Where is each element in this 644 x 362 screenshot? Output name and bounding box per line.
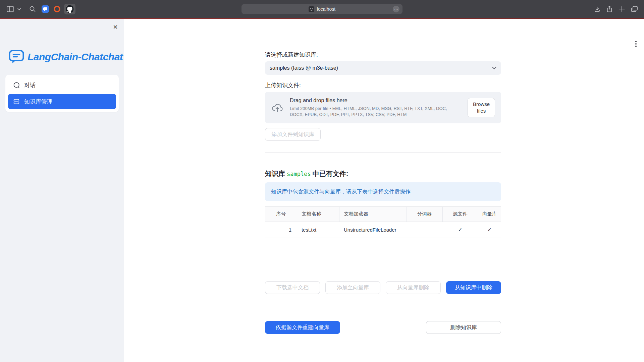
share-icon <box>606 5 613 13</box>
download-selected-button[interactable]: 下载选中文档 <box>265 281 320 294</box>
column-header-index[interactable]: 序号 <box>265 207 297 222</box>
chat-bubble-icon <box>13 82 20 88</box>
sidebar-item-label: 对话 <box>24 81 36 89</box>
kb-name-code: samples <box>285 171 313 177</box>
upload-label: 上传知识文件: <box>265 81 501 89</box>
pinned-tab-blue[interactable] <box>41 0 50 18</box>
kb-files-heading: 知识库samples中已有文件: <box>265 169 501 178</box>
column-header-loader[interactable]: 文档加载器 <box>339 207 407 222</box>
tabs-icon <box>631 6 638 12</box>
cell-vector-check: ✓ <box>478 222 501 238</box>
column-header-splitter[interactable]: 分词器 <box>407 207 442 222</box>
delete-from-vector-store-button[interactable]: 从向量库删除 <box>386 281 441 294</box>
pinned-tab-blue-icon <box>42 5 49 13</box>
add-to-vector-store-button[interactable]: 添加至向量库 <box>325 281 380 294</box>
url-bar[interactable]: localhost … <box>241 4 402 14</box>
sidebar-menu: 对话 知识库管理 <box>5 75 119 112</box>
browser-toolbar: localhost … <box>0 0 644 18</box>
delete-kb-button[interactable]: 删除知识库 <box>426 321 501 334</box>
drag-drop-text: Drag and drop files here <box>290 98 462 104</box>
search-button[interactable] <box>28 0 37 18</box>
cloud-upload-icon <box>271 103 284 113</box>
divider <box>265 309 501 309</box>
sidebar-toggle-icon <box>7 6 14 12</box>
app-menu-button[interactable] <box>633 40 639 48</box>
upload-limit-text: Limit 200MB per file • EML, HTML, JSON, … <box>290 106 462 117</box>
cell-loader: UnstructuredFileLoader <box>339 222 407 238</box>
chevron-down-icon <box>17 8 21 10</box>
search-icon <box>29 6 36 12</box>
info-banner: 知识库中包含源文件与向量库，请从下表中选择文件后操作 <box>265 182 501 201</box>
file-actions-row: 下载选中文档 添加至向量库 从向量库删除 从知识库中删除 <box>265 281 501 294</box>
sidebar-item-kb-management[interactable]: 知识库管理 <box>8 94 116 109</box>
file-dropzone[interactable]: Drag and drop files here Limit 200MB per… <box>265 92 501 123</box>
kb-select-value: samples (faiss @ m3e-base) <box>270 65 338 71</box>
column-header-doc-name[interactable]: 文档名称 <box>297 207 339 222</box>
downloads-button[interactable] <box>593 0 601 18</box>
kb-actions-row: 依据源文件重建向量库 删除知识库 <box>265 321 501 334</box>
kb-files-table: 序号 文档名称 文档加载器 分词器 源文件 向量库 1 test.txt Uns… <box>265 206 501 273</box>
page: localhost … <box>0 0 644 362</box>
pinned-tab-github[interactable] <box>64 4 75 14</box>
kb-select[interactable]: samples (faiss @ m3e-base) <box>265 61 501 75</box>
pinned-tab-orange[interactable] <box>53 0 61 18</box>
delete-from-kb-button[interactable]: 从知识库中删除 <box>446 281 501 294</box>
main-content: 请选择或新建知识库: samples (faiss @ m3e-base) 上传… <box>265 19 501 334</box>
logo-text: LangChain-Chatchat <box>28 51 123 63</box>
tab-overview-button[interactable] <box>630 0 639 18</box>
logo-chat-bubble-icon <box>9 50 24 64</box>
sidebar-toggle-button[interactable] <box>6 0 15 18</box>
download-icon <box>594 6 601 13</box>
app-logo: LangChain-Chatchat <box>9 50 123 64</box>
column-header-vector-store[interactable]: 向量库 <box>478 207 501 222</box>
plus-icon <box>619 6 625 12</box>
cell-source-check: ✓ <box>442 222 478 238</box>
knowledge-base-icon <box>13 98 20 105</box>
sidebar: ✕ LangChain-Chatchat 对话 知识库管理 <box>0 19 124 362</box>
add-files-to-kb-button[interactable]: 添加文件到知识库 <box>265 128 321 141</box>
url-text: localhost <box>317 6 335 12</box>
new-tab-button[interactable] <box>618 0 626 18</box>
kb-files-heading-suffix: 中已有文件: <box>313 170 348 177</box>
github-icon <box>66 5 74 13</box>
kebab-icon <box>633 40 639 48</box>
table-row[interactable]: 1 test.txt UnstructuredFileLoader ✓ ✓ <box>265 222 501 238</box>
cell-index: 1 <box>265 222 297 238</box>
column-header-source-file[interactable]: 源文件 <box>442 207 478 222</box>
share-button[interactable] <box>605 0 614 18</box>
cell-splitter <box>407 222 442 238</box>
info-text: 知识库中包含源文件与向量库，请从下表中选择文件后操作 <box>271 188 411 195</box>
divider <box>265 152 501 153</box>
sidebar-close-button[interactable]: ✕ <box>111 23 120 32</box>
close-icon: ✕ <box>113 23 118 31</box>
browse-files-button[interactable]: Browse files <box>468 98 495 118</box>
kb-files-heading-prefix: 知识库 <box>265 170 285 177</box>
cell-doc-name: test.txt <box>297 222 339 238</box>
uploader-texts: Drag and drop files here Limit 200MB per… <box>290 98 462 117</box>
page-actions-ellipsis-icon[interactable]: … <box>393 6 399 12</box>
rebuild-vector-store-button[interactable]: 依据源文件重建向量库 <box>265 321 340 334</box>
sidebar-item-dialogue[interactable]: 对话 <box>8 77 116 93</box>
table-header-row: 序号 文档名称 文档加载器 分词器 源文件 向量库 <box>265 207 501 222</box>
select-chevron-down-icon <box>492 67 496 69</box>
sidebar-item-label: 知识库管理 <box>24 98 53 106</box>
site-favicon <box>309 6 314 12</box>
sidebar-chevron-button[interactable] <box>16 0 22 18</box>
kb-select-label: 请选择或新建知识库: <box>265 51 501 59</box>
pinned-tab-orange-icon <box>53 5 61 13</box>
